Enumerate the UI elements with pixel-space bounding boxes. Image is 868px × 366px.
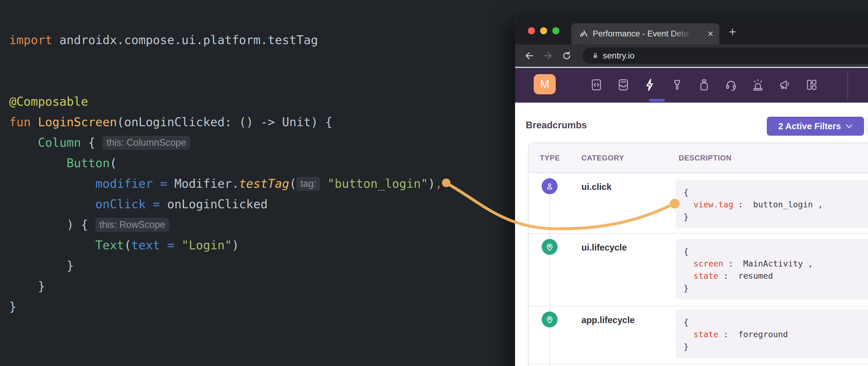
active-filters-label: 2 Active Filters (778, 121, 841, 132)
clipped-element-edge (866, 117, 867, 136)
window-close-button[interactable] (528, 27, 535, 34)
breadcrumb-row: ui.click{ view.tag : button_login ,} (528, 173, 868, 234)
lock-icon (591, 52, 599, 60)
column-header: DESCRIPTION (679, 154, 732, 162)
org-avatar[interactable]: M (534, 74, 556, 94)
window-zoom-button[interactable] (552, 27, 559, 34)
breadcrumb-description: { screen : MainActivity , state : resume… (676, 239, 868, 299)
window-minimize-button[interactable] (540, 27, 547, 34)
breadcrumb-category: ui.click (582, 182, 611, 192)
new-tab-button[interactable] (727, 27, 738, 37)
pin-icon (542, 239, 558, 255)
breadcrumb-description: { view.tag : button_login ,} (676, 180, 868, 228)
projects-icon[interactable] (589, 78, 603, 92)
siren-icon[interactable] (751, 78, 765, 92)
table-header-row: TYPECATEGORYDESCRIPTION (528, 143, 868, 173)
tab-title-fade (672, 24, 699, 44)
breadcrumb-category: ui.lifecycle (582, 243, 627, 253)
url-bar[interactable]: sentry.io (583, 48, 868, 64)
breadcrumb-row: app.lifecycle{ state : foreground} (528, 306, 868, 364)
url-text: sentry.io (603, 48, 634, 64)
page-content: Breadcrumbs 2 Active Filters TYPECATEGOR… (515, 103, 868, 366)
breadcrumb-row: ui.lifecycle{ screen : MainActivity , st… (528, 234, 868, 306)
column-header: TYPE (540, 154, 560, 162)
issues-icon[interactable] (616, 78, 630, 92)
table-body: ui.click{ view.tag : button_login ,}ui.l… (528, 173, 868, 364)
reload-icon[interactable] (561, 50, 572, 61)
tab-strip: Performance - Event Details - n (515, 19, 868, 45)
breadcrumbs-table: TYPECATEGORYDESCRIPTION ui.click{ view.t… (528, 143, 868, 366)
performance-icon[interactable] (643, 78, 657, 92)
releases-icon[interactable] (697, 78, 711, 92)
sentry-logo-icon (579, 29, 588, 38)
column-header: CATEGORY (582, 154, 624, 162)
active-tab-indicator (649, 99, 665, 102)
user-icon (542, 178, 558, 194)
nav-divider (847, 71, 848, 100)
browser-tab[interactable]: Performance - Event Details - n (571, 23, 719, 45)
sentry-nav-icons (589, 67, 819, 103)
breadcrumb-category: app.lifecycle (582, 315, 634, 325)
table-tail (528, 364, 868, 366)
page-title: Breadcrumbs (526, 120, 587, 131)
megaphone-icon[interactable] (778, 78, 792, 92)
headset-icon[interactable] (724, 78, 738, 92)
back-icon[interactable] (524, 50, 535, 61)
tab-close-icon[interactable] (706, 29, 715, 38)
sentry-nav-bar: M (515, 67, 868, 103)
browser-toolbar: sentry.io (515, 45, 868, 67)
active-filters-button[interactable]: 2 Active Filters (767, 117, 864, 136)
forward-icon[interactable] (542, 50, 554, 61)
chevron-down-icon (845, 124, 853, 129)
breadcrumb-description: { state : foreground} (676, 310, 868, 358)
pin-icon (542, 311, 558, 328)
dashboards-icon[interactable] (805, 78, 819, 92)
browser-window: Performance - Event Details - n (515, 19, 868, 366)
flashlight-icon[interactable] (670, 78, 684, 92)
